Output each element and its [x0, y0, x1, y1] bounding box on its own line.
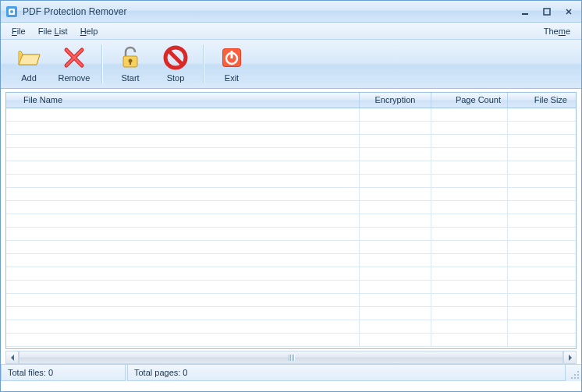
window-controls: [517, 5, 577, 18]
toolbar-separator: [203, 44, 204, 83]
window-title: PDF Protection Remover: [23, 6, 517, 17]
exit-label: Exit: [225, 73, 239, 83]
unlock-icon: [118, 45, 143, 70]
add-button[interactable]: Add: [6, 43, 51, 85]
svg-rect-4: [544, 9, 550, 15]
horizontal-scrollbar[interactable]: [5, 351, 577, 364]
svg-point-17: [574, 377, 576, 379]
stop-icon: [163, 45, 188, 70]
folder-open-icon: [16, 45, 41, 70]
table-row: [6, 214, 576, 228]
toolbar-separator: [101, 44, 103, 83]
svg-point-14: [574, 374, 576, 376]
close-button[interactable]: [561, 5, 577, 18]
remove-button[interactable]: Remove: [51, 43, 97, 85]
remove-label: Remove: [59, 73, 90, 83]
menubar: File File List Help Theme: [1, 23, 581, 40]
table-row: [6, 108, 576, 122]
svg-point-15: [577, 374, 579, 376]
svg-rect-3: [522, 13, 528, 15]
table-row: [6, 294, 576, 307]
power-icon: [219, 45, 244, 70]
resize-grip[interactable]: [567, 365, 581, 381]
minimize-button[interactable]: [517, 5, 533, 18]
table-row: [6, 161, 576, 175]
scroll-right-button[interactable]: [563, 351, 576, 363]
x-icon: [62, 45, 87, 70]
column-header-filename[interactable]: File Name: [6, 93, 360, 108]
stop-button[interactable]: Stop: [153, 43, 198, 85]
table-row: [6, 241, 576, 254]
scroll-track[interactable]: [19, 351, 563, 363]
table-row: [6, 267, 576, 281]
svg-point-16: [571, 377, 573, 379]
table-row: [6, 188, 576, 201]
table-row: [6, 228, 576, 241]
svg-point-18: [577, 377, 579, 379]
scroll-thumb[interactable]: [19, 351, 563, 363]
menu-theme[interactable]: Theme: [538, 25, 577, 37]
titlebar: PDF Protection Remover: [1, 1, 581, 23]
table-row: [6, 281, 576, 294]
column-header-filesize[interactable]: File Size: [508, 93, 573, 108]
stop-label: Stop: [167, 73, 185, 83]
maximize-button[interactable]: [539, 5, 555, 18]
table-row: [6, 122, 576, 135]
status-total-files: Total files: 0: [1, 365, 126, 381]
scroll-left-button[interactable]: [6, 351, 19, 363]
table-row: [6, 148, 576, 161]
table-row: [6, 307, 576, 320]
start-button[interactable]: Start: [108, 43, 153, 85]
table-row: [6, 254, 576, 267]
table-row: [6, 334, 576, 347]
table-row: [6, 201, 576, 214]
table-body[interactable]: [6, 108, 576, 348]
svg-rect-12: [231, 51, 233, 58]
menu-file-list[interactable]: File List: [32, 25, 74, 37]
menu-help[interactable]: Help: [74, 25, 105, 37]
add-label: Add: [21, 73, 37, 83]
start-label: Start: [121, 73, 139, 83]
svg-point-2: [10, 10, 13, 13]
column-header-encryption[interactable]: Encryption: [360, 93, 431, 108]
table-header: File Name Encryption Page Count File Siz…: [6, 93, 576, 108]
exit-button[interactable]: Exit: [209, 43, 254, 85]
svg-rect-7: [130, 62, 131, 65]
menu-file[interactable]: File: [5, 25, 32, 37]
column-header-pagecount[interactable]: Page Count: [431, 93, 508, 108]
content-area: File Name Encryption Page Count File Siz…: [1, 89, 581, 364]
app-icon: [5, 5, 18, 18]
svg-point-13: [577, 371, 579, 373]
status-total-pages: Total pages: 0: [127, 365, 566, 381]
file-table: File Name Encryption Page Count File Siz…: [5, 92, 577, 349]
table-row: [6, 175, 576, 188]
toolbar: Add Remove Start Stop Exit: [1, 40, 581, 89]
table-row: [6, 320, 576, 334]
statusbar: Total files: 0 Total pages: 0: [1, 364, 581, 381]
table-row: [6, 135, 576, 148]
